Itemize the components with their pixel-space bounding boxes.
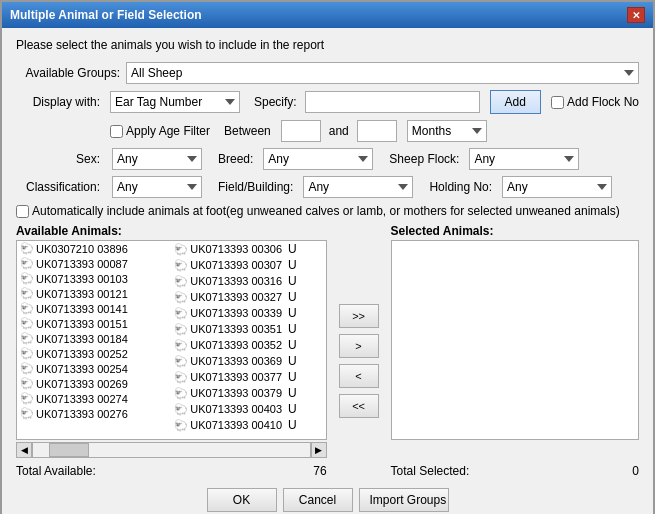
animal-list-grid: 🐑UK0307210 03896🐑UK0713393 00087🐑UK07133… bbox=[17, 241, 326, 433]
breed-select[interactable]: Any bbox=[263, 148, 373, 170]
animal-suffix: U bbox=[288, 242, 297, 256]
list-item[interactable]: 🐑UK0713393 00403U bbox=[171, 401, 325, 417]
classification-select[interactable]: Any bbox=[112, 176, 202, 198]
animal-suffix: U bbox=[288, 306, 297, 320]
auto-include-label[interactable]: Automatically include animals at foot(eg… bbox=[16, 204, 639, 218]
available-groups-label: Available Groups: bbox=[16, 66, 126, 80]
animal-id: UK0713393 00254 bbox=[36, 363, 128, 375]
available-groups-select[interactable]: All Sheep bbox=[126, 62, 639, 84]
list-item[interactable]: 🐑UK0713393 00269 bbox=[17, 376, 171, 391]
title-bar: Multiple Animal or Field Selection ✕ bbox=[2, 2, 653, 28]
specify-input[interactable] bbox=[305, 91, 480, 113]
scroll-track[interactable] bbox=[32, 442, 311, 458]
list-item[interactable]: 🐑UK0713393 00151 bbox=[17, 316, 171, 331]
scroll-thumb[interactable] bbox=[49, 443, 89, 457]
sheep-icon: 🐑 bbox=[174, 371, 188, 384]
list-item[interactable]: 🐑UK0713393 00379U bbox=[171, 385, 325, 401]
list-item[interactable]: 🐑UK0713393 00369U bbox=[171, 353, 325, 369]
and-label: and bbox=[329, 124, 349, 138]
animal-suffix: U bbox=[288, 322, 297, 336]
list-item[interactable]: 🐑UK0713393 00410U bbox=[171, 417, 325, 433]
sheep-icon: 🐑 bbox=[174, 387, 188, 400]
sheep-icon: 🐑 bbox=[20, 317, 34, 330]
import-groups-button[interactable]: Import Groups bbox=[359, 488, 449, 512]
list-item[interactable]: 🐑UK0713393 00327U bbox=[171, 289, 325, 305]
list-item[interactable]: 🐑UK0713393 00252 bbox=[17, 346, 171, 361]
available-groups-wrapper: All Sheep bbox=[126, 62, 639, 84]
scroll-right-btn[interactable]: ▶ bbox=[311, 442, 327, 458]
animal-id: UK0713393 00274 bbox=[36, 393, 128, 405]
sex-label: Sex: bbox=[16, 152, 106, 166]
list-item[interactable]: 🐑UK0713393 00087 bbox=[17, 256, 171, 271]
sheep-icon: 🐑 bbox=[20, 272, 34, 285]
age-filter-checkbox[interactable] bbox=[110, 125, 123, 138]
list-item[interactable]: 🐑UK0713393 00352U bbox=[171, 337, 325, 353]
breed-label: Breed: bbox=[218, 152, 253, 166]
cancel-button[interactable]: Cancel bbox=[283, 488, 353, 512]
move-all-right-button[interactable]: >> bbox=[339, 304, 379, 328]
list-item[interactable]: 🐑UK0713393 00141 bbox=[17, 301, 171, 316]
holding-no-label: Holding No: bbox=[429, 180, 492, 194]
horizontal-scrollbar: ◀ ▶ bbox=[16, 442, 327, 458]
sheep-icon: 🐑 bbox=[174, 243, 188, 256]
sheep-icon: 🐑 bbox=[20, 287, 34, 300]
age-filter-label[interactable]: Apply Age Filter bbox=[110, 124, 210, 138]
class-field-holding-row: Classification: Any Field/Building: Any … bbox=[16, 176, 639, 198]
add-flock-label[interactable]: Add Flock No bbox=[551, 95, 639, 109]
sex-select[interactable]: Any Male Female bbox=[112, 148, 202, 170]
classification-label: Classification: bbox=[16, 180, 106, 194]
list-item[interactable]: 🐑UK0713393 00351U bbox=[171, 321, 325, 337]
list-item[interactable]: 🐑UK0307210 03896 bbox=[17, 241, 171, 256]
available-animals-list[interactable]: 🐑UK0307210 03896🐑UK0713393 00087🐑UK07133… bbox=[16, 240, 327, 440]
list-item[interactable]: 🐑UK0713393 00316U bbox=[171, 273, 325, 289]
display-with-row: Display with: Ear Tag Number Name Breed … bbox=[16, 90, 639, 114]
animal-id: UK0713393 00327 bbox=[190, 291, 282, 303]
animal-id: UK0713393 00307 bbox=[190, 259, 282, 271]
animal-id: UK0713393 00316 bbox=[190, 275, 282, 287]
list-item[interactable]: 🐑UK0713393 00254 bbox=[17, 361, 171, 376]
sheep-flock-select[interactable]: Any bbox=[469, 148, 579, 170]
animal-suffix: U bbox=[288, 402, 297, 416]
auto-include-row: Automatically include animals at foot(eg… bbox=[16, 204, 639, 218]
animal-suffix: U bbox=[288, 274, 297, 288]
list-item[interactable]: 🐑UK0713393 00276 bbox=[17, 406, 171, 421]
animal-id: UK0307210 03896 bbox=[36, 243, 128, 255]
sheep-icon: 🐑 bbox=[174, 259, 188, 272]
ok-button[interactable]: OK bbox=[207, 488, 277, 512]
animal-suffix: U bbox=[288, 290, 297, 304]
sheep-flock-label: Sheep Flock: bbox=[389, 152, 459, 166]
move-one-right-button[interactable]: > bbox=[339, 334, 379, 358]
animal-id: UK0713393 00103 bbox=[36, 273, 128, 285]
display-with-label: Display with: bbox=[16, 95, 106, 109]
list-item[interactable]: 🐑UK0713393 00306U bbox=[171, 241, 325, 257]
selected-animals-list[interactable] bbox=[391, 240, 639, 440]
list-item[interactable]: 🐑UK0713393 00274 bbox=[17, 391, 171, 406]
animal-id: UK0713393 00351 bbox=[190, 323, 282, 335]
display-with-select[interactable]: Ear Tag Number Name Breed bbox=[110, 91, 240, 113]
list-item[interactable]: 🐑UK0713393 00121 bbox=[17, 286, 171, 301]
close-button[interactable]: ✕ bbox=[627, 7, 645, 23]
move-all-left-button[interactable]: << bbox=[339, 394, 379, 418]
animal-id: UK0713393 00252 bbox=[36, 348, 128, 360]
animal-id: UK0713393 00184 bbox=[36, 333, 128, 345]
scroll-left-btn[interactable]: ◀ bbox=[16, 442, 32, 458]
age-from-input[interactable]: 0 bbox=[281, 120, 321, 142]
auto-include-checkbox[interactable] bbox=[16, 205, 29, 218]
add-flock-checkbox[interactable] bbox=[551, 96, 564, 109]
dialog-body: Please select the animals you wish to in… bbox=[2, 28, 653, 514]
list-item[interactable]: 🐑UK0713393 00307U bbox=[171, 257, 325, 273]
field-building-select[interactable]: Any bbox=[303, 176, 413, 198]
move-one-left-button[interactable]: < bbox=[339, 364, 379, 388]
list-item[interactable]: 🐑UK0713393 00377U bbox=[171, 369, 325, 385]
animal-col1: 🐑UK0307210 03896🐑UK0713393 00087🐑UK07133… bbox=[17, 241, 171, 433]
available-total-label: Total Available: bbox=[16, 464, 96, 478]
sheep-icon: 🐑 bbox=[20, 302, 34, 315]
holding-no-select[interactable]: Any bbox=[502, 176, 612, 198]
age-to-input[interactable]: 0 bbox=[357, 120, 397, 142]
list-item[interactable]: 🐑UK0713393 00339U bbox=[171, 305, 325, 321]
animal-id: UK0713393 00276 bbox=[36, 408, 128, 420]
add-button[interactable]: Add bbox=[490, 90, 541, 114]
list-item[interactable]: 🐑UK0713393 00103 bbox=[17, 271, 171, 286]
months-select[interactable]: Months Years bbox=[407, 120, 487, 142]
list-item[interactable]: 🐑UK0713393 00184 bbox=[17, 331, 171, 346]
